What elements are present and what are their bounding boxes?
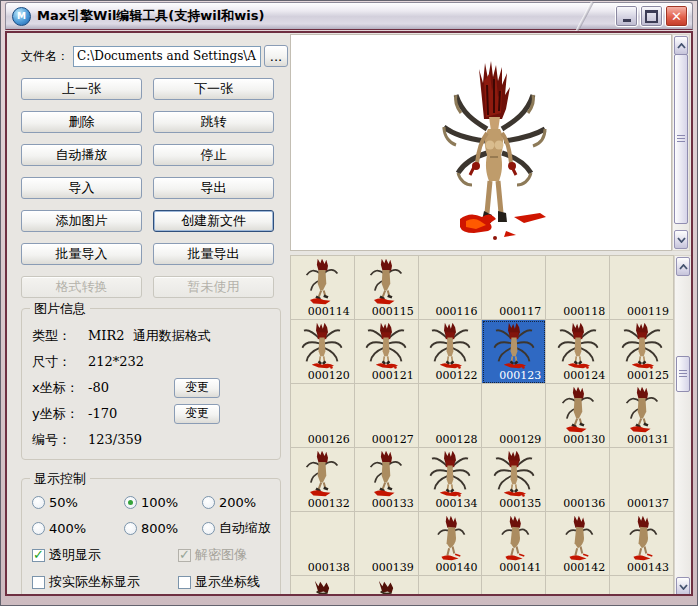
website-link[interactable]: Max 游戏引擎专家 http://www.54Max.com (32, 595, 272, 596)
radio-zoom-100[interactable]: 100% (124, 495, 202, 510)
preview-scrollbar[interactable] (672, 34, 690, 251)
radio-zoom-auto[interactable]: 自动缩放 (202, 519, 272, 537)
change-y-button[interactable]: 变更 (174, 404, 220, 424)
browse-button[interactable]: ... (264, 45, 288, 67)
thumb-cell-000140[interactable]: 000140 (419, 512, 483, 576)
stop-button[interactable]: 停止 (153, 144, 274, 166)
thumb-cell-000143[interactable]: 000143 (610, 512, 674, 576)
radio-icon[interactable] (202, 496, 215, 509)
create-file-button[interactable]: 创建新文件 (153, 210, 274, 232)
image-info-group: 图片信息 类型： MIR2 通用数据格式 尺寸： 212*232 x坐标： -8… (21, 308, 281, 460)
prev-button[interactable]: 上一张 (21, 78, 142, 100)
preview-sprite (432, 61, 557, 241)
monster-sprite-icon (556, 386, 600, 434)
monster-sprite-icon (492, 514, 536, 562)
thumb-cell-000129[interactable]: 000129 (482, 384, 546, 448)
thumb-cell-000141[interactable]: 000141 (482, 512, 546, 576)
minimize-button[interactable] (615, 5, 638, 27)
checkbox-transparent-display[interactable]: 透明显示 (32, 546, 178, 564)
radio-zoom-800[interactable]: 800% (124, 519, 202, 537)
checkbox-icon[interactable] (178, 576, 191, 589)
monster-sprite-icon (364, 258, 408, 306)
import-button[interactable]: 导入 (21, 177, 142, 199)
thumb-cell-000135[interactable]: 000135 (482, 448, 546, 512)
add-image-button[interactable]: 添加图片 (21, 210, 142, 232)
thumb-cell-000121[interactable]: 000121 (355, 320, 419, 384)
jump-button[interactable]: 跳转 (153, 111, 274, 133)
thumb-cell-000114[interactable]: 000114 (291, 256, 355, 320)
thumb-cell-partial-35[interactable] (610, 576, 674, 596)
thumb-cell-000123[interactable]: 000123 (482, 320, 546, 384)
thumb-cell-000132[interactable]: 000132 (291, 448, 355, 512)
radio-icon[interactable] (32, 522, 45, 535)
thumb-cell-000130[interactable]: 000130 (546, 384, 610, 448)
grid-scroll-thumb[interactable] (676, 356, 690, 392)
grid-scroll-down-icon[interactable] (676, 577, 690, 596)
thumb-cell-partial-31[interactable] (355, 576, 419, 596)
checkbox-actual-coords[interactable]: 按实际坐标显示 (32, 573, 178, 591)
thumb-number: 000119 (627, 305, 669, 318)
radio-icon[interactable] (124, 522, 137, 535)
autoplay-button[interactable]: 自动播放 (21, 144, 142, 166)
thumb-cell-000122[interactable]: 000122 (419, 320, 483, 384)
thumb-cell-000118[interactable]: 000118 (546, 256, 610, 320)
check-label: 透明显示 (49, 546, 101, 564)
thumb-cell-000124[interactable]: 000124 (546, 320, 610, 384)
change-x-button[interactable]: 变更 (174, 378, 220, 398)
thumb-number: 000127 (372, 433, 414, 446)
monster-sprite-icon (556, 322, 600, 370)
maximize-button[interactable] (640, 5, 663, 27)
batch-export-button[interactable]: 批量导出 (153, 243, 274, 265)
check-label: 显示坐标线 (195, 573, 260, 591)
monster-sprite-icon (364, 450, 408, 498)
grid-scrollbar[interactable] (674, 255, 692, 596)
thumb-cell-partial-33[interactable] (482, 576, 546, 596)
thumb-cell-000138[interactable]: 000138 (291, 512, 355, 576)
thumb-number: 000118 (563, 305, 605, 318)
checkbox-coord-lines[interactable]: 显示坐标线 (178, 573, 272, 591)
monster-sprite-icon (556, 514, 600, 562)
monster-sprite-icon (492, 322, 536, 370)
radio-zoom-50[interactable]: 50% (32, 495, 124, 510)
thumb-cell-000120[interactable]: 000120 (291, 320, 355, 384)
close-button[interactable]: ✕ (665, 5, 688, 27)
radio-icon[interactable] (124, 496, 137, 509)
checkbox-icon[interactable] (32, 549, 45, 562)
check-label: 按实际坐标显示 (49, 573, 140, 591)
monster-sprite-icon (492, 450, 536, 498)
thumb-cell-partial-34[interactable] (546, 576, 610, 596)
thumb-cell-000116[interactable]: 000116 (419, 256, 483, 320)
file-path-input[interactable]: C:\Documents and Settings\A (73, 46, 261, 67)
thumb-cell-000131[interactable]: 000131 (610, 384, 674, 448)
thumb-cell-000137[interactable]: 000137 (610, 448, 674, 512)
next-button[interactable]: 下一张 (153, 78, 274, 100)
checkbox-icon[interactable] (32, 576, 45, 589)
radio-zoom-200[interactable]: 200% (202, 495, 272, 510)
grid-scroll-up-icon[interactable] (676, 257, 690, 276)
thumb-cell-000133[interactable]: 000133 (355, 448, 419, 512)
thumb-cell-000117[interactable]: 000117 (482, 256, 546, 320)
thumb-cell-000128[interactable]: 000128 (419, 384, 483, 448)
thumb-number: 000126 (308, 433, 350, 446)
radio-icon[interactable] (32, 496, 45, 509)
batch-import-button[interactable]: 批量导入 (21, 243, 142, 265)
thumb-cell-000119[interactable]: 000119 (610, 256, 674, 320)
radio-zoom-400[interactable]: 400% (32, 519, 124, 537)
thumb-cell-000127[interactable]: 000127 (355, 384, 419, 448)
thumb-cell-000126[interactable]: 000126 (291, 384, 355, 448)
thumb-cell-000142[interactable]: 000142 (546, 512, 610, 576)
thumb-cell-000115[interactable]: 000115 (355, 256, 419, 320)
thumb-cell-partial-30[interactable] (291, 576, 355, 596)
delete-button[interactable]: 删除 (21, 111, 142, 133)
radio-label: 100% (141, 495, 178, 510)
thumb-cell-000125[interactable]: 000125 (610, 320, 674, 384)
preview-scroll-up-icon[interactable] (674, 36, 688, 55)
radio-icon[interactable] (202, 522, 215, 535)
thumb-cell-000134[interactable]: 000134 (419, 448, 483, 512)
thumb-cell-000136[interactable]: 000136 (546, 448, 610, 512)
thumb-cell-000139[interactable]: 000139 (355, 512, 419, 576)
preview-scroll-thumb[interactable] (674, 54, 688, 224)
thumb-cell-partial-32[interactable] (419, 576, 483, 596)
preview-scroll-down-icon[interactable] (674, 230, 688, 249)
export-button[interactable]: 导出 (153, 177, 274, 199)
